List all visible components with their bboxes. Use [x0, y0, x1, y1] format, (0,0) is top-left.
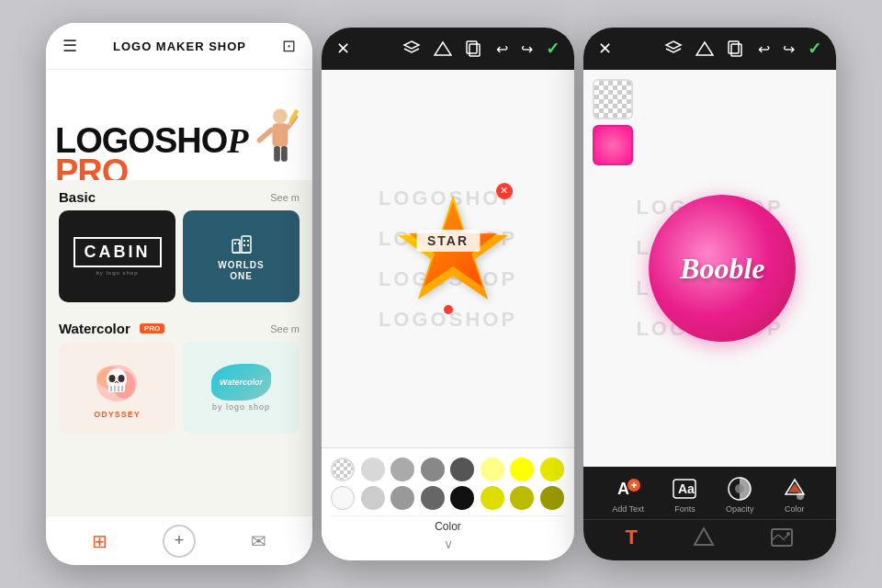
- booble-logo[interactable]: Booble: [649, 195, 796, 342]
- tools-row: A Add Text Aa Fonts: [583, 467, 836, 519]
- add-text-icon: A: [616, 476, 641, 502]
- star-close-badge[interactable]: ✕: [496, 183, 513, 199]
- svg-point-23: [119, 375, 125, 382]
- svg-text:Aa: Aa: [678, 481, 695, 496]
- color-yellow2[interactable]: [510, 458, 534, 481]
- color-darkyellow2[interactable]: [510, 486, 534, 510]
- shape-bottom-icon[interactable]: [692, 526, 716, 549]
- phone-1: ☰ LOGO MAKER SHOP ⊡ LOGOSHOP PRO: [46, 23, 312, 565]
- color-white[interactable]: [331, 486, 355, 510]
- svg-line-51: [772, 535, 778, 540]
- layers-icon[interactable]: [402, 40, 421, 58]
- check-icon-p3[interactable]: ✓: [808, 39, 821, 59]
- watercolor-card[interactable]: Watercolor by logo shop: [183, 342, 300, 434]
- shape-icon[interactable]: [434, 40, 452, 58]
- opacity-label: Opacity: [726, 504, 754, 514]
- svg-rect-9: [242, 236, 251, 253]
- layer-thumbnails: [593, 79, 633, 165]
- redo-icon-p3[interactable]: ↪: [783, 40, 795, 58]
- color-darkgray2[interactable]: [421, 486, 445, 510]
- shape-icon-p3[interactable]: [695, 40, 714, 58]
- svg-rect-36: [731, 44, 741, 56]
- cabin-card[interactable]: CABIN by logo shop: [59, 210, 175, 302]
- color-yellow3[interactable]: [540, 458, 564, 481]
- svg-rect-30: [469, 44, 480, 56]
- worldsone-card[interactable]: WORLDS ONE: [183, 210, 300, 302]
- color-grid: [331, 458, 565, 510]
- hero-figure: [252, 84, 299, 180]
- undo-icon-p3[interactable]: ↩: [758, 40, 770, 58]
- redo-icon[interactable]: ↪: [521, 40, 533, 58]
- add-text-label: Add Text: [612, 504, 644, 514]
- bookmark-icon[interactable]: ⊡: [282, 36, 296, 56]
- basic-cards: CABIN by logo shop WORLDS: [46, 210, 312, 311]
- watercolor-see-more[interactable]: See m: [270, 323, 300, 334]
- watercolor-sublabel: by logo shop: [212, 402, 270, 412]
- basic-title: Basic: [59, 189, 96, 205]
- image-bottom-icon[interactable]: [770, 526, 794, 549]
- opacity-tool[interactable]: Opacity: [726, 476, 754, 514]
- pro-badge: PRO: [140, 323, 164, 334]
- opacity-icon: [727, 476, 752, 502]
- odyssey-label: ODYSSEY: [94, 410, 141, 419]
- svg-rect-11: [234, 243, 236, 244]
- fonts-label: Fonts: [674, 504, 695, 514]
- basic-see-more[interactable]: See m: [270, 192, 300, 203]
- skull-icon: [92, 357, 142, 408]
- menu-icon[interactable]: ☰: [62, 36, 77, 56]
- color-tool[interactable]: Color: [782, 476, 808, 514]
- watercolor-label: Watercolor: [220, 378, 263, 387]
- watercolor-cards: ODYSSEY Watercolor by logo shop: [46, 342, 312, 443]
- color-olive[interactable]: [540, 486, 564, 510]
- odyssey-card[interactable]: ODYSSEY: [59, 342, 175, 434]
- svg-rect-1: [273, 123, 288, 146]
- color-chevron[interactable]: ∨: [331, 537, 565, 551]
- star-handle[interactable]: [444, 305, 453, 314]
- close-icon-p3[interactable]: ✕: [598, 39, 612, 59]
- close-icon[interactable]: ✕: [336, 39, 350, 59]
- phone2-canvas[interactable]: LOGO SHOP LOGO SHOP LOGO SHOP LOGO SHOP: [322, 70, 574, 447]
- toolbar-icons-p3: ↩ ↪ ✓: [664, 39, 821, 59]
- phone3-canvas[interactable]: LOGO SHOP LOGO SHOP LOGO SHOP LOGO SHOP …: [583, 70, 836, 467]
- fonts-tool[interactable]: Aa Fonts: [672, 476, 697, 514]
- svg-line-2: [260, 130, 272, 140]
- color-transparent[interactable]: [331, 458, 355, 481]
- app-title: LOGO MAKER SHOP: [113, 40, 246, 53]
- thumb-transparent[interactable]: [593, 79, 633, 119]
- watercolor-section-header: Watercolor PRO See m: [46, 311, 312, 342]
- inbox-nav-icon[interactable]: ✉: [251, 530, 266, 552]
- svg-marker-28: [404, 41, 419, 49]
- svg-rect-16: [247, 244, 249, 246]
- color-lightgray1[interactable]: [361, 458, 385, 481]
- text-bottom-icon[interactable]: T: [626, 526, 638, 549]
- undo-icon[interactable]: ↩: [496, 40, 508, 58]
- svg-rect-8: [232, 240, 240, 253]
- color-yellow1[interactable]: [481, 458, 504, 481]
- phone1-hero: LOGOSHOP PRO: [46, 70, 312, 180]
- svg-rect-13: [243, 240, 245, 242]
- grid-nav-icon[interactable]: ⊞: [92, 530, 107, 552]
- color-gray2[interactable]: [421, 458, 445, 481]
- color-darkyellow1[interactable]: [481, 486, 504, 510]
- color-darkgray1[interactable]: [450, 458, 474, 481]
- worlds-one-icon: [229, 231, 254, 256]
- add-text-tool[interactable]: A Add Text: [612, 476, 644, 514]
- watercolor-title: Watercolor: [59, 321, 130, 336]
- color-panel-label: Color: [331, 515, 565, 537]
- color-medgray[interactable]: [390, 486, 414, 510]
- copy-icon[interactable]: [465, 40, 483, 58]
- star-text: STAR: [416, 230, 480, 252]
- svg-rect-12: [238, 243, 240, 244]
- star-element[interactable]: STAR ✕: [389, 187, 508, 307]
- thumb-pink[interactable]: [593, 125, 633, 165]
- svg-marker-35: [696, 42, 713, 55]
- add-nav-button[interactable]: +: [163, 525, 196, 558]
- color-lightgray2[interactable]: [361, 486, 385, 510]
- check-icon[interactable]: ✓: [546, 39, 560, 59]
- phone3-bottom-toolbar: A Add Text Aa Fonts: [583, 467, 836, 560]
- color-black[interactable]: [450, 486, 474, 510]
- color-gray1[interactable]: [390, 458, 414, 481]
- layers-icon-p3[interactable]: [664, 40, 683, 58]
- copy-icon-p3[interactable]: [727, 40, 745, 58]
- bottom-nav: ⊞ + ✉: [46, 515, 312, 565]
